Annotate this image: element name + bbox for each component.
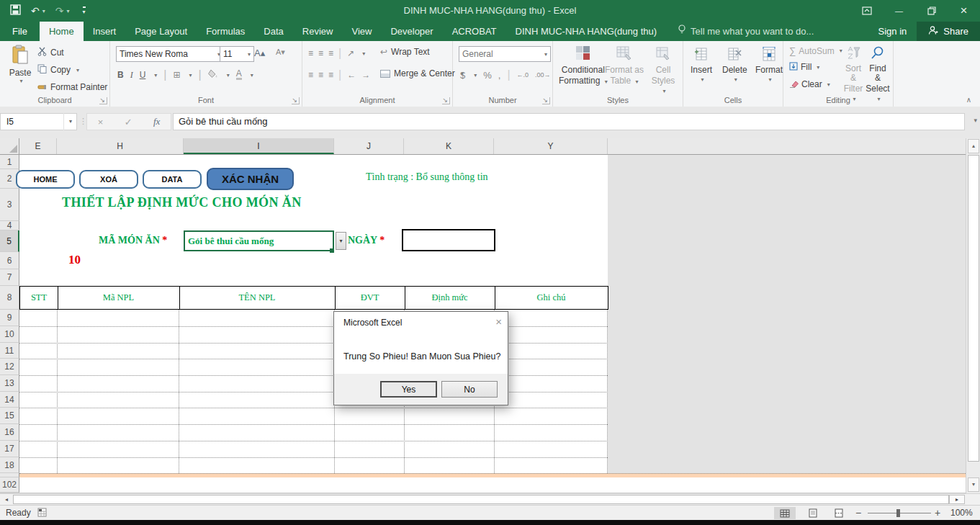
column-header-I[interactable]: I [184, 138, 334, 154]
row-header-6[interactable]: 6 [0, 252, 19, 269]
borders-caret-icon[interactable]: ▾ [189, 72, 192, 78]
name-box-caret-icon[interactable]: ▾ [63, 113, 77, 130]
increase-indent-icon[interactable]: → [361, 70, 370, 80]
sort-filter-button[interactable]: Sort & Filter ▾ [842, 42, 864, 104]
row-header-14[interactable]: 14 [0, 392, 19, 408]
format-painter-button[interactable]: Format Painter [37, 81, 107, 94]
font-color-icon[interactable]: A [236, 70, 242, 80]
sign-in-button[interactable]: Sign in [868, 22, 917, 41]
column-header-E[interactable]: E [19, 138, 57, 154]
insert-cells-button[interactable]: Insert ▾ [686, 44, 716, 83]
bold-button[interactable]: B [117, 70, 124, 80]
scroll-left-icon[interactable]: ◂ [1, 495, 12, 504]
format-cells-button[interactable]: Format ▾ [751, 44, 787, 83]
macro-record-icon[interactable] [37, 508, 47, 519]
zoom-in-icon[interactable]: + [935, 507, 940, 519]
row-header-4[interactable]: 4 [0, 221, 19, 230]
zoom-slider-thumb[interactable] [896, 509, 900, 517]
xac-nhan-button[interactable]: XÁC NHẬN [207, 168, 294, 190]
align-left-icon[interactable]: ≡ [308, 70, 313, 80]
number-format-combobox[interactable]: General ▾ [459, 46, 551, 62]
align-middle-icon[interactable]: ≡ [318, 48, 323, 58]
ribbon-display-options-icon[interactable] [850, 0, 883, 22]
zoom-level[interactable]: 100% [950, 508, 973, 518]
close-icon[interactable]: × [948, 0, 980, 22]
increase-decimal-icon[interactable]: ←.0 [517, 71, 529, 78]
column-header-J[interactable]: J [334, 138, 404, 154]
expand-formula-bar-icon[interactable]: ▾ [974, 117, 977, 124]
select-all-corner[interactable] [0, 138, 19, 154]
number-dialog-launcher-icon[interactable]: ↘ [542, 97, 550, 104]
minimize-icon[interactable]: — [883, 0, 915, 22]
ma-mon-an-combobox[interactable]: Gỏi bê thui cầu mống [184, 230, 334, 251]
copy-button[interactable]: Copy ▾ [37, 63, 107, 76]
fill-button[interactable]: Fill ▾ [789, 60, 842, 73]
borders-icon[interactable]: ⊞ [174, 70, 181, 80]
orientation-caret-icon[interactable]: ▾ [362, 50, 365, 57]
row-header-11[interactable]: 11 [0, 343, 19, 359]
fill-color-icon[interactable] [208, 68, 218, 81]
row-header-18[interactable]: 18 [0, 457, 19, 473]
format-as-table-button[interactable]: Format as Table ▾ [601, 42, 648, 86]
page-layout-view-icon[interactable] [802, 507, 824, 519]
fill-handle[interactable] [330, 248, 334, 253]
tab-review[interactable]: Review [293, 22, 343, 41]
delete-cells-button[interactable]: Delete ▾ [718, 44, 752, 83]
tab-page-layout[interactable]: Page Layout [125, 22, 197, 41]
tab-file[interactable]: File [0, 22, 40, 41]
collapse-ribbon-icon[interactable]: ∧ [966, 96, 971, 104]
insert-function-icon[interactable]: fx [153, 116, 160, 127]
ngay-input[interactable] [402, 229, 495, 251]
combo-dropdown-icon[interactable]: ▾ [336, 232, 346, 250]
xoa-button[interactable]: XOÁ [79, 170, 138, 189]
decrease-indent-icon[interactable]: ← [347, 70, 356, 80]
merge-center-button[interactable]: Merge & Center ▾ [380, 68, 464, 78]
row-header-8[interactable]: 8 [0, 286, 19, 310]
tab-insert[interactable]: Insert [84, 22, 126, 41]
wrap-text-button[interactable]: ↩ Wrap Text [380, 47, 430, 57]
share-button[interactable]: Share [917, 22, 980, 41]
dialog-close-icon[interactable]: × [495, 315, 502, 328]
column-header-Y[interactable]: Y [494, 138, 608, 154]
cut-button[interactable]: Cut [37, 46, 107, 59]
cancel-icon[interactable]: × [98, 117, 104, 127]
font-size-combobox[interactable]: 11 ▾ [220, 46, 254, 62]
vertical-scrollbar-thumb[interactable] [968, 155, 979, 462]
tab-acrobat[interactable]: ACROBAT [443, 22, 506, 41]
align-bottom-icon[interactable]: ≡ [328, 48, 333, 58]
data-button[interactable]: DATA [143, 170, 202, 189]
yes-button[interactable]: Yes [380, 381, 437, 398]
clipboard-dialog-launcher-icon[interactable]: ↘ [99, 97, 107, 104]
underline-button[interactable]: U [140, 70, 146, 80]
row-header-12[interactable]: 12 [0, 359, 19, 375]
decrease-decimal-icon[interactable]: .00→ [535, 71, 551, 78]
underline-caret-icon[interactable]: ▾ [154, 72, 157, 78]
zoom-out-icon[interactable]: − [855, 507, 861, 519]
grow-font-icon[interactable]: A▴ [254, 48, 265, 58]
home-button[interactable]: HOME [16, 170, 75, 189]
tab-formulas[interactable]: Formulas [197, 22, 254, 41]
formula-input[interactable]: Gỏi bê thui cầu mống [173, 113, 965, 130]
scroll-up-icon[interactable]: ▴ [968, 139, 979, 153]
column-header-H[interactable]: H [57, 138, 184, 154]
font-family-combobox[interactable]: Times New Roma ▾ [116, 46, 224, 62]
enter-icon[interactable]: ✓ [125, 117, 132, 127]
align-right-icon[interactable]: ≡ [328, 70, 333, 80]
autosum-button[interactable]: ∑ AutoSum ▾ [789, 45, 842, 56]
row-header-15[interactable]: 15 [0, 408, 19, 424]
row-header-5[interactable]: 5 [0, 230, 19, 252]
accounting-caret-icon[interactable]: ▾ [474, 72, 477, 78]
tab-view[interactable]: View [342, 22, 381, 41]
row-header-10[interactable]: 10 [0, 326, 19, 343]
cell-styles-button[interactable]: Cell Styles ▾ [644, 42, 683, 96]
paste-button[interactable]: Paste ▾ [4, 45, 36, 84]
percent-style-icon[interactable]: % [483, 70, 492, 81]
tab-home[interactable]: Home [40, 22, 84, 41]
restore-icon[interactable] [915, 0, 948, 22]
normal-view-icon[interactable] [774, 507, 796, 519]
comma-style-icon[interactable]: , [498, 70, 501, 81]
font-dialog-launcher-icon[interactable]: ↘ [292, 97, 300, 104]
scroll-right-icon[interactable]: ▸ [949, 495, 965, 504]
tab-developer[interactable]: Developer [381, 22, 442, 41]
tab-data[interactable]: Data [254, 22, 292, 41]
